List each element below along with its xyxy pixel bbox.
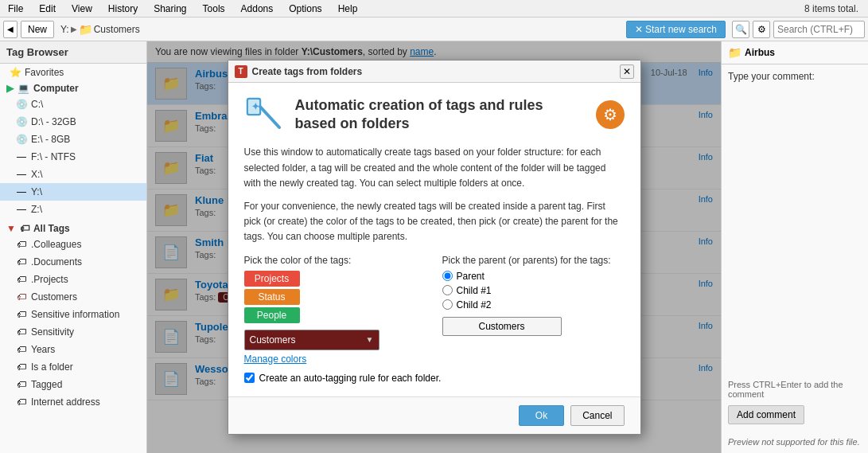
sidebar-item-documents[interactable]: 🏷 .Documents (0, 253, 146, 271)
menu-addons[interactable]: Addons (236, 2, 278, 16)
radio-child1[interactable]: Child #1 (442, 285, 625, 296)
parent-picker-label: Pick the parent (or parents) for the tag… (442, 255, 625, 266)
modal-title: Create tags from folders (252, 66, 620, 77)
tag-sensitive-icon: 🏷 (16, 309, 27, 320)
menu-help[interactable]: Help (333, 2, 363, 16)
sidebar-item-customers[interactable]: 🏷 Customers (0, 288, 146, 306)
drive-y-label: Y:\ (31, 186, 42, 197)
sidebar-item-c[interactable]: 💿 C:\ (0, 96, 146, 113)
drive-x-icon: — (16, 169, 27, 180)
breadcrumb-folder-icon: 📁 (79, 23, 92, 36)
modal-footer: Ok Cancel (228, 396, 640, 434)
gear-icon: ⚙ (596, 100, 625, 129)
tag-colleagues-icon: 🏷 (16, 239, 27, 250)
drive-x-label: X:\ (31, 169, 43, 180)
parent-tag-button[interactable]: Customers (442, 317, 562, 336)
checkbox-label: Create an auto-tagging rule for each fol… (259, 373, 442, 384)
sidebar-item-d[interactable]: 💿 D:\ - 32GB (0, 113, 146, 131)
tag-sensitive-label: Sensitive information (31, 309, 119, 320)
drive-f-icon: — (16, 151, 27, 162)
radio-group-parent: Parent Child #1 Child #2 (442, 271, 625, 310)
modal-section: Pick the color of the tags: Projects Sta… (244, 255, 625, 365)
sidebar-item-x[interactable]: — X:\ (0, 166, 146, 183)
right-panel-folder-icon: 📁 (728, 46, 741, 59)
auto-tagging-checkbox[interactable] (244, 373, 255, 383)
right-panel-body: Type your comment: Press CTRL+Enter to a… (722, 64, 868, 453)
color-dropdown[interactable]: Customers ▼ (244, 330, 380, 350)
color-tag-projects[interactable]: Projects (244, 271, 300, 287)
drive-y-icon: — (16, 186, 27, 197)
search-icon-btn[interactable]: 🔍 (732, 21, 749, 38)
all-tags-label: All Tags (33, 223, 70, 234)
tag-tagged-label: Tagged (31, 379, 62, 390)
sidebar-item-y[interactable]: — Y:\ (0, 183, 146, 201)
items-total: 8 items total. (804, 3, 865, 14)
tag-documents-icon: 🏷 (16, 256, 27, 268)
sidebar-item-colleagues[interactable]: 🏷 .Colleagues (0, 236, 146, 253)
settings-icon-btn[interactable]: ⚙ (753, 21, 770, 38)
search-input[interactable] (773, 21, 865, 38)
create-tags-modal: T Create tags from folders ✕ (228, 60, 641, 434)
menu-edit[interactable]: Edit (34, 2, 60, 16)
radio-parent-label: Parent (457, 271, 485, 282)
color-tag-status[interactable]: Status (244, 289, 300, 305)
toolbar: ◀ New Y: ▶ 📁 Customers ✕ Start new searc… (0, 18, 868, 41)
right-panel-header: 📁 Airbus (722, 41, 868, 64)
tag-is-folder-label: Is a folder (31, 361, 73, 373)
sidebar-item-tagged[interactable]: 🏷 Tagged (0, 376, 146, 393)
start-search-label: ✕ Start new search (635, 24, 717, 35)
main-layout: Tag Browser ⭐ Favorites ▶ 💻 Computer 💿 C… (0, 41, 868, 453)
sidebar-item-e[interactable]: 💿 E:\ - 8GB (0, 131, 146, 148)
nav-back-button[interactable]: ◀ (3, 21, 18, 38)
start-new-search-button[interactable]: ✕ Start new search (626, 21, 726, 38)
tag-years-label: Years (31, 344, 55, 355)
ok-button[interactable]: Ok (519, 405, 564, 426)
radio-child2[interactable]: Child #2 (442, 299, 625, 310)
sidebar-item-sensitivity[interactable]: 🏷 Sensitivity (0, 323, 146, 341)
manage-colors-link[interactable]: Manage colors (244, 353, 426, 365)
menu-options[interactable]: Options (284, 2, 326, 16)
menu-bar: File Edit View History Sharing Tools Add… (0, 0, 868, 18)
sidebar-item-sensitive-information[interactable]: 🏷 Sensitive information (0, 306, 146, 323)
sidebar-item-z[interactable]: — Z:\ (0, 201, 146, 218)
radio-parent-input[interactable] (442, 271, 453, 281)
tag-colleagues-label: .Colleagues (31, 239, 81, 250)
dropdown-value: Customers (250, 334, 296, 346)
cancel-button[interactable]: Cancel (570, 405, 624, 426)
sidebar-item-projects[interactable]: 🏷 .Projects (0, 271, 146, 288)
tag-sensitivity-label: Sensitivity (31, 326, 74, 338)
menu-sharing[interactable]: Sharing (149, 2, 191, 16)
modal-close-button[interactable]: ✕ (620, 64, 634, 79)
menu-tools[interactable]: Tools (198, 2, 230, 16)
favorites-label: Favorites (25, 67, 64, 78)
sidebar-item-f[interactable]: — F:\ - NTFS (0, 148, 146, 166)
radio-child1-label: Child #1 (457, 285, 492, 296)
menu-history[interactable]: History (103, 2, 142, 16)
dropdown-arrow-icon: ▼ (366, 335, 374, 344)
tag-browser-label: Tag Browser (0, 41, 146, 64)
right-panel: 📁 Airbus Type your comment: Press CTRL+E… (721, 41, 868, 453)
sidebar-item-favorites[interactable]: ⭐ Favorites (0, 64, 146, 81)
all-tags-icon: 🏷 (20, 223, 29, 234)
drive-e-icon: 💿 (16, 134, 27, 145)
modal-hero-icon: ✦ (244, 96, 282, 134)
content-area: You are now viewing files in folder Y:\C… (147, 41, 721, 453)
menu-view[interactable]: View (67, 2, 97, 16)
sidebar-item-is-a-folder[interactable]: 🏷 Is a folder (0, 358, 146, 376)
radio-parent[interactable]: Parent (442, 271, 625, 282)
add-comment-button[interactable]: Add comment (728, 405, 804, 424)
color-tags-list: Projects Status People (244, 271, 426, 323)
sidebar-item-internet-address[interactable]: 🏷 Internet address (0, 393, 146, 411)
sidebar-item-years[interactable]: 🏷 Years (0, 341, 146, 358)
drive-z-icon: — (16, 204, 27, 215)
breadcrumb-folder-name[interactable]: Customers (94, 24, 140, 35)
radio-child1-input[interactable] (442, 285, 453, 295)
tag-customers-icon: 🏷 (16, 291, 27, 303)
sidebar-group-computer[interactable]: ▶ 💻 Computer (0, 81, 146, 96)
radio-child2-input[interactable] (442, 299, 453, 310)
new-button[interactable]: New (21, 21, 54, 38)
breadcrumb-drive[interactable]: Y: (60, 24, 69, 35)
sidebar-group-all-tags[interactable]: ▼ 🏷 All Tags (0, 221, 146, 236)
color-tag-people[interactable]: People (244, 307, 300, 323)
menu-file[interactable]: File (3, 2, 28, 16)
